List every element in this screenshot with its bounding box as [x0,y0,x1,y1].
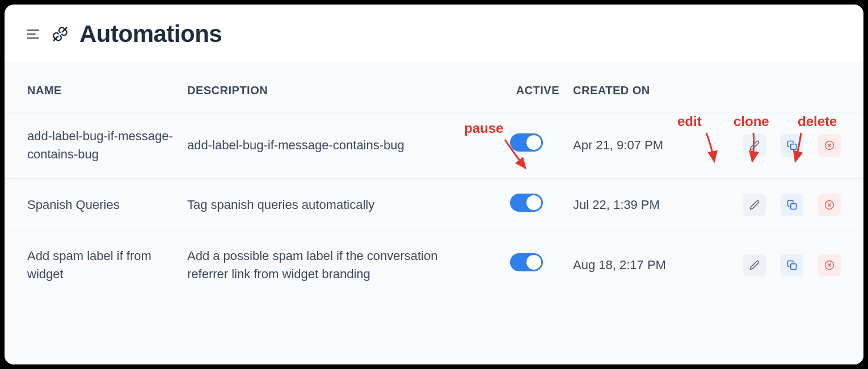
copy-icon [787,140,797,150]
copy-icon [787,200,797,210]
column-header-active: ACTIVE [487,61,566,112]
table-row: Spanish QueriesTag spanish queries autom… [5,178,863,232]
automation-created-on: Apr 21, 9:07 PM [566,112,674,179]
delete-button[interactable] [818,134,841,157]
automations-table-container: NAME DESCRIPTION ACTIVE CREATED ON add-l… [5,61,863,364]
svg-rect-7 [791,263,797,269]
automation-actions [674,178,863,232]
edit-button[interactable] [743,134,766,157]
column-header-actions [674,61,863,112]
close-circle-icon [824,140,835,150]
column-header-description: DESCRIPTION [180,61,487,112]
automations-icon [51,25,69,43]
automation-name: Add spam label if from widget [5,232,180,297]
pencil-icon [749,140,760,150]
active-toggle[interactable] [510,194,543,212]
copy-icon [787,260,797,270]
svg-rect-3 [791,144,797,150]
edit-button[interactable] [743,254,766,276]
pencil-icon [749,200,760,210]
active-toggle[interactable] [510,133,543,152]
app-window: Automations NAME DESCRIPTION ACTIVE CREA… [5,5,863,364]
automation-active-cell [487,178,566,232]
page-header: Automations [5,5,863,61]
automation-actions [674,112,863,179]
menu-icon[interactable] [25,26,41,42]
automation-created-on: Aug 18, 2:17 PM [566,232,674,297]
automation-description: Add a possible spam label if the convers… [180,232,487,297]
table-row: Add spam label if from widgetAdd a possi… [5,232,863,297]
table-row: add-label-bug-if-message-contains-bugadd… [5,112,863,179]
edit-button[interactable] [743,194,766,216]
automation-description: add-label-bug-if-message-contains-bug [180,112,487,179]
pencil-icon [749,260,760,270]
clone-button[interactable] [781,134,803,157]
automations-table: NAME DESCRIPTION ACTIVE CREATED ON add-l… [5,61,863,297]
automation-created-on: Jul 22, 1:39 PM [566,178,674,232]
automation-description: Tag spanish queries automatically [180,178,487,232]
active-toggle[interactable] [510,253,543,271]
svg-rect-5 [791,204,797,209]
close-circle-icon [824,260,835,270]
column-header-name: NAME [5,61,180,112]
automation-active-cell [487,232,566,297]
clone-button[interactable] [781,254,803,276]
delete-button[interactable] [818,194,841,216]
automation-name: Spanish Queries [5,178,180,232]
automation-actions [674,232,863,297]
column-header-created: CREATED ON [566,61,674,112]
delete-button[interactable] [818,254,841,276]
clone-button[interactable] [781,194,803,216]
page-title: Automations [79,20,222,48]
close-circle-icon [824,200,835,210]
automation-active-cell [487,112,566,179]
automation-name: add-label-bug-if-message-contains-bug [5,112,180,179]
